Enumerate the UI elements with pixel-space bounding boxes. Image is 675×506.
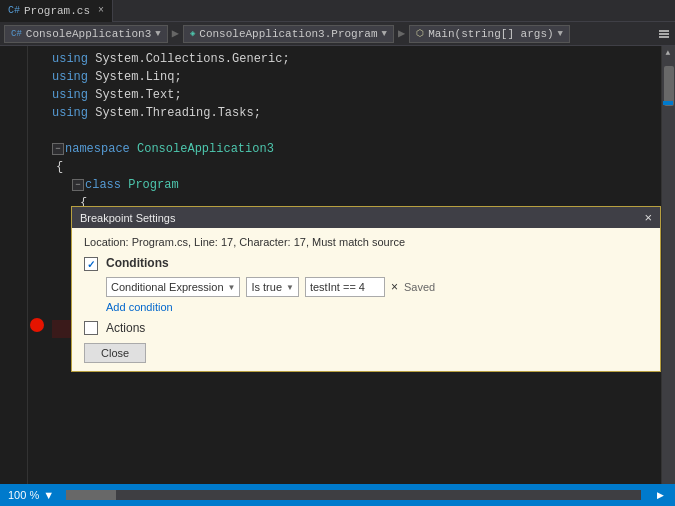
zoom-level: 100 % (8, 489, 39, 501)
bp-panel-header: Breakpoint Settings × (72, 207, 660, 228)
status-bar: 100 % ▼ ▶ (0, 484, 675, 506)
class-name: ConsoleApplication3.Program (199, 28, 377, 40)
navigation-bar: C# ConsoleApplication3 ▼ ▶ ◈ ConsoleAppl… (0, 22, 675, 46)
code-line-8: − class Program (52, 176, 657, 194)
condition-type-arrow: ▼ (228, 283, 236, 292)
code-line-1: using System.Collections.Generic; (52, 50, 657, 68)
nav-separator-1: ▶ (172, 26, 179, 41)
scroll-indicator (663, 101, 673, 105)
bp-close-button[interactable]: Close (84, 343, 146, 363)
code-line-4: using System.Threading.Tasks; (52, 104, 657, 122)
actions-label: Actions (106, 321, 145, 335)
scroll-right-button[interactable]: ▶ (653, 488, 667, 502)
editor-area: using System.Collections.Generic; using … (0, 46, 675, 484)
bp-location-label: Location: (84, 236, 129, 248)
bp-actions-section: Actions (84, 321, 648, 335)
actions-checkbox[interactable] (84, 321, 98, 335)
breakpoint-indicator (28, 316, 48, 334)
code-line-3: using System.Text; (52, 86, 657, 104)
tab-bar: C# Program.cs × (0, 0, 675, 22)
condition-type-label: Conditional Expression (111, 281, 224, 293)
code-line-5 (52, 122, 657, 140)
conditions-checkbox[interactable] (84, 257, 98, 271)
bp-condition-row: Conditional Expression ▼ Is true ▼ × Sav… (106, 277, 648, 297)
bp-conditions-section: Conditions (84, 256, 648, 271)
breakpoint-settings-panel: Breakpoint Settings × Location: Program.… (71, 206, 661, 372)
class-dropdown[interactable]: ◈ ConsoleApplication3.Program ▼ (183, 25, 394, 43)
program-tab[interactable]: C# Program.cs × (0, 0, 113, 22)
bp-dot-line1 (28, 46, 48, 64)
line-numbers (0, 46, 28, 484)
tab-close-button[interactable]: × (98, 5, 104, 16)
breakpoint-dot[interactable] (30, 318, 44, 332)
condition-remove-button[interactable]: × (391, 280, 398, 294)
conditions-label: Conditions (106, 256, 169, 270)
add-condition-link[interactable]: Add condition (106, 301, 648, 313)
horizontal-scrollbar[interactable] (66, 490, 641, 500)
vertical-scrollbar[interactable]: ▲ (661, 46, 675, 484)
bp-location-value: Program.cs, Line: 17, Character: 17, Mus… (132, 236, 405, 248)
project-dropdown[interactable]: C# ConsoleApplication3 ▼ (4, 25, 168, 43)
method-name: Main(string[] args) (428, 28, 553, 40)
condition-is-arrow: ▼ (286, 283, 294, 292)
zoom-control[interactable]: 100 % ▼ (8, 489, 54, 501)
zoom-arrow: ▼ (43, 489, 54, 501)
csharp-icon: C# (8, 5, 20, 16)
bp-panel-title: Breakpoint Settings (80, 212, 175, 224)
tab-filename: Program.cs (24, 5, 90, 17)
project-name: ConsoleApplication3 (26, 28, 151, 40)
condition-value-input[interactable] (305, 277, 385, 297)
code-line-2: using System.Linq; (52, 68, 657, 86)
condition-is-select[interactable]: Is true ▼ (246, 277, 299, 297)
h-scroll-thumb[interactable] (66, 490, 116, 500)
nav-separator-2: ▶ (398, 26, 405, 41)
left-gutter (28, 46, 48, 484)
condition-saved-status: Saved (404, 281, 435, 293)
condition-is-label: Is true (251, 281, 282, 293)
project-arrow: ▼ (155, 29, 160, 39)
bp-panel-body: Location: Program.cs, Line: 17, Characte… (72, 228, 660, 371)
class-arrow: ▼ (382, 29, 387, 39)
bp-location-row: Location: Program.cs, Line: 17, Characte… (84, 236, 648, 248)
scroll-thumb[interactable] (664, 66, 674, 106)
code-line-6: − namespace ConsoleApplication3 (52, 140, 657, 158)
code-line-7: { (52, 158, 657, 176)
condition-type-select[interactable]: Conditional Expression ▼ (106, 277, 240, 297)
collapse-namespace[interactable]: − (52, 143, 64, 155)
method-dropdown[interactable]: ⬡ Main(string[] args) ▼ (409, 25, 570, 43)
collapse-class[interactable]: − (72, 179, 84, 191)
method-arrow: ▼ (558, 29, 563, 39)
bp-panel-close-button[interactable]: × (644, 210, 652, 225)
